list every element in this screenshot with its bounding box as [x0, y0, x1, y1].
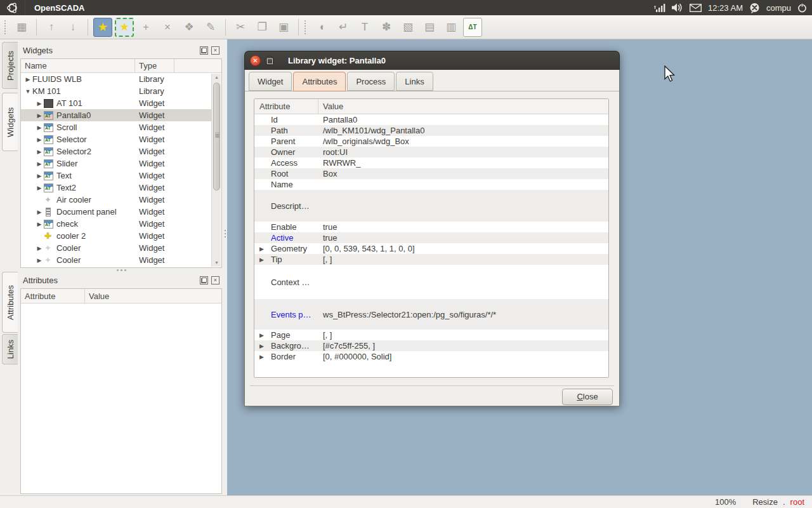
- atvalue-element-button[interactable]: ΔT: [463, 18, 482, 37]
- widget-properties-button[interactable]: ❖: [180, 18, 199, 37]
- column-header-type[interactable]: Type: [135, 59, 174, 73]
- delete-widget-button[interactable]: ×: [158, 18, 177, 37]
- attribute-value[interactable]: [0, 0, 539, 543, 1, 1, 0, 0]: [323, 244, 415, 253]
- tree-row[interactable]: ▶ Cooler Widget: [21, 254, 211, 266]
- attribute-row[interactable]: Id Pantalla0: [254, 114, 608, 125]
- attribute-row[interactable]: Name: [254, 179, 608, 190]
- dialog-tab-process[interactable]: Process: [347, 72, 395, 91]
- expander-icon[interactable]: ▶: [35, 137, 44, 143]
- column-header-name[interactable]: Name: [21, 59, 135, 73]
- expander-icon[interactable]: ▶: [35, 100, 44, 107]
- attribute-row[interactable]: ▶ Tip [, ]: [254, 254, 608, 265]
- attribute-value[interactable]: Box: [323, 169, 337, 178]
- attribute-row[interactable]: Events p… ws_BtPress:/Selector21:open:/p…: [254, 299, 608, 330]
- expander-icon[interactable]: ▶: [35, 185, 44, 191]
- paste-button[interactable]: ▣: [274, 18, 293, 37]
- attribute-row[interactable]: ▶ Geometry [0, 0, 539, 543, 1, 1, 0, 0]: [254, 243, 608, 254]
- new-library-button[interactable]: ★: [93, 18, 112, 37]
- tree-row[interactable]: ▶ check Widget: [21, 218, 211, 230]
- network-signal-icon[interactable]: [654, 4, 665, 12]
- column-header-value[interactable]: Value: [85, 289, 225, 304]
- attribute-row[interactable]: Active true: [254, 232, 608, 243]
- copy-button[interactable]: ❐: [252, 18, 272, 37]
- float-panel-icon[interactable]: [200, 276, 208, 284]
- expander-icon[interactable]: ▶: [259, 332, 264, 338]
- cut-button[interactable]: ✂: [231, 18, 250, 37]
- column-header-attribute[interactable]: Attribute: [259, 99, 290, 114]
- table-element-button[interactable]: ▥: [442, 18, 461, 37]
- add-widget-button[interactable]: +: [136, 18, 155, 37]
- expander-icon[interactable]: ▶: [35, 257, 44, 264]
- expander-icon[interactable]: ▶: [35, 149, 44, 155]
- tree-row[interactable]: ▶ Selector Widget: [21, 133, 211, 145]
- ubuntu-logo-icon[interactable]: [0, 0, 25, 15]
- expander-icon[interactable]: ▼: [23, 88, 32, 95]
- expander-icon[interactable]: ▶: [35, 124, 44, 131]
- attribute-value[interactable]: ws_BtPress:/Selector21:open:/pg_so/figur…: [323, 310, 496, 319]
- expander-icon[interactable]: ▶: [35, 209, 44, 215]
- widget-edit-button[interactable]: ✎: [201, 18, 220, 37]
- tree-row[interactable]: Air cooler Widget: [21, 194, 211, 206]
- attribute-row[interactable]: Parent /wlb_originals/wdg_Box: [254, 136, 608, 147]
- mail-icon[interactable]: [690, 4, 702, 12]
- tree-row[interactable]: ▶ Selector2 Widget: [21, 145, 211, 157]
- expander-icon[interactable]: ▶: [35, 112, 44, 119]
- tree-row[interactable]: ▶ Document panel Widget: [21, 206, 211, 218]
- tree-row[interactable]: ▼ KM 101 Library: [21, 85, 211, 97]
- expander-icon[interactable]: ▶: [35, 173, 44, 179]
- volume-icon[interactable]: [672, 3, 683, 12]
- scroll-thumb[interactable]: [213, 83, 220, 190]
- expander-icon[interactable]: ▶: [259, 343, 264, 349]
- attribute-row[interactable]: Enable true: [254, 222, 608, 232]
- expander-icon[interactable]: ▶: [259, 354, 264, 360]
- protocol-element-button[interactable]: ▤: [420, 18, 439, 37]
- expander-icon[interactable]: ▶: [259, 257, 264, 263]
- media-element-button[interactable]: ✽: [377, 18, 396, 37]
- attribute-value[interactable]: Pantalla0: [323, 115, 357, 124]
- attribute-row[interactable]: Path /wlb_KM101/wdg_Pantalla0: [254, 125, 608, 136]
- tree-row[interactable]: ▶ FLUIDS WLB Library: [21, 73, 211, 85]
- tree-scrollbar[interactable]: ▲ ▼: [211, 74, 221, 267]
- attribute-value[interactable]: true: [323, 222, 337, 232]
- attribute-value[interactable]: [, ]: [323, 330, 332, 340]
- side-tab-links[interactable]: Links: [2, 334, 18, 364]
- attribute-value[interactable]: root:UI: [323, 147, 348, 157]
- column-header-value[interactable]: Value: [323, 99, 343, 114]
- tree-row[interactable]: ▶ Text2 Widget: [21, 182, 211, 194]
- form-element-button[interactable]: ↵: [334, 18, 353, 37]
- attribute-value[interactable]: /wlb_originals/wdg_Box: [323, 137, 409, 146]
- close-button[interactable]: Close: [562, 389, 613, 405]
- attribute-value[interactable]: [#c7c5ff-255, ]: [323, 341, 375, 351]
- attribute-row[interactable]: Owner root:UI: [254, 147, 608, 157]
- expander-icon[interactable]: ▶: [259, 246, 264, 252]
- side-tab-projects[interactable]: Projects: [2, 42, 18, 89]
- figure-element-button[interactable]: ◖: [312, 18, 331, 37]
- dialog-titlebar[interactable]: ✕ Library widget: Pantalla0: [244, 51, 620, 70]
- tree-row[interactable]: ▶ Slider Widget: [21, 157, 211, 170]
- expander-icon[interactable]: ▶: [35, 161, 44, 167]
- new-widget-button[interactable]: ★: [115, 18, 134, 37]
- dialog-tab-links[interactable]: Links: [396, 72, 433, 91]
- attribute-value[interactable]: RWRWR_: [323, 158, 360, 168]
- close-panel-icon[interactable]: ×: [211, 46, 219, 55]
- db-load-button[interactable]: ↑: [42, 18, 61, 37]
- scroll-down-icon[interactable]: ▼: [212, 259, 221, 267]
- expander-icon[interactable]: ▶: [35, 245, 44, 251]
- dialog-maximize-icon[interactable]: [265, 56, 274, 65]
- close-panel-icon[interactable]: ×: [211, 276, 219, 284]
- toolbar-drag-handle[interactable]: [304, 20, 309, 34]
- tree-row[interactable]: ▶ AT 101 Widget: [21, 97, 211, 109]
- username[interactable]: compu: [766, 3, 791, 13]
- attribute-value[interactable]: [, ]: [323, 255, 332, 264]
- dialog-close-icon[interactable]: ✕: [250, 55, 261, 66]
- attribute-row[interactable]: Root Box: [254, 168, 608, 179]
- tree-row[interactable]: ▶ Scroll Widget: [21, 121, 211, 133]
- toolbar-drag-handle[interactable]: [4, 20, 9, 34]
- attribute-row[interactable]: Context …: [254, 265, 608, 299]
- messaging-indicator-icon[interactable]: [749, 3, 760, 13]
- db-save-button[interactable]: ↓: [63, 18, 82, 37]
- dialog-tab-attributes[interactable]: Attributes: [293, 72, 346, 91]
- window-manage-button[interactable]: ▦: [12, 18, 31, 37]
- attribute-row[interactable]: Descript…: [254, 190, 608, 222]
- power-icon[interactable]: [797, 3, 807, 13]
